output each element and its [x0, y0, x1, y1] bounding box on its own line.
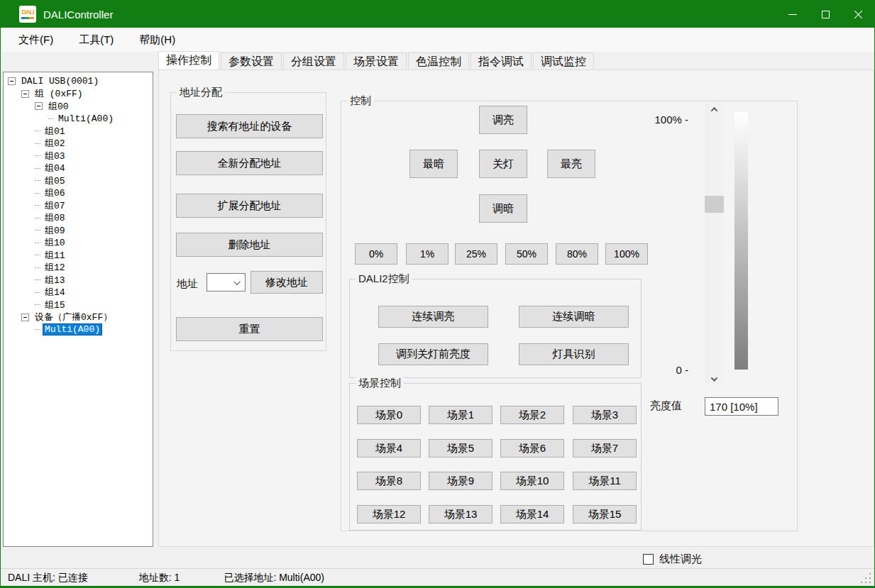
- tab-6[interactable]: 调试监控: [533, 52, 594, 69]
- tree-row-17[interactable]: 组14: [4, 287, 153, 299]
- menu-item-2[interactable]: 帮助(H): [135, 31, 180, 49]
- window-title: DALIController: [43, 9, 113, 21]
- scene-button-4[interactable]: 场景4: [357, 439, 421, 457]
- close-icon: [854, 10, 863, 19]
- dali2-button-3[interactable]: 灯具识别: [519, 343, 629, 365]
- tab-5[interactable]: 指令调试: [470, 52, 532, 69]
- reset-button[interactable]: 重置: [176, 317, 323, 341]
- tree-row-8[interactable]: 组05: [4, 174, 153, 187]
- tab-0[interactable]: 操作控制: [158, 51, 219, 70]
- tree-connector: [35, 304, 40, 305]
- percent-button-2[interactable]: 25%: [455, 243, 497, 265]
- scrollbar-thumb[interactable]: [705, 196, 724, 213]
- percent-button-5[interactable]: 100%: [605, 243, 648, 265]
- address-button-0[interactable]: 搜索有地址的设备: [176, 114, 323, 138]
- tree-item-label: 组07: [43, 199, 67, 212]
- tree-expander-icon[interactable]: [8, 77, 16, 85]
- scene-button-1[interactable]: 场景1: [429, 406, 492, 424]
- modify-address-button[interactable]: 修改地址: [251, 271, 323, 294]
- tree-row-5[interactable]: 组02: [4, 138, 153, 150]
- tree-expander-icon[interactable]: [21, 314, 29, 321]
- tab-page-operation-control: 地址分配 地址 修改地址 重置 搜索有地址的设备全新分配地址扩展分配地址删除地址…: [158, 70, 874, 547]
- percent-button-4[interactable]: 80%: [556, 243, 598, 265]
- address-button-1[interactable]: 全新分配地址: [176, 151, 323, 175]
- tree-row-14[interactable]: 组11: [4, 249, 153, 262]
- tree-row-1[interactable]: 组 (0xFF): [4, 88, 153, 101]
- linear-dimming-label: 线性调光: [659, 553, 702, 566]
- tree-connector: [35, 205, 40, 206]
- scene-button-9[interactable]: 场景9: [429, 472, 492, 490]
- tree-item-label: 组02: [43, 137, 67, 150]
- tab-1[interactable]: 参数设置: [221, 52, 282, 69]
- scroll-up-button[interactable]: [705, 104, 724, 116]
- brightness-value-text: 170 [10%]: [710, 401, 758, 413]
- linear-dimming-checkbox[interactable]: [643, 554, 654, 565]
- scene-button-15[interactable]: 场景15: [573, 505, 637, 523]
- tree-row-0[interactable]: DALI USB(0001): [4, 75, 153, 88]
- brighten-button[interactable]: 调亮: [479, 106, 527, 134]
- address-button-2[interactable]: 扩展分配地址: [176, 194, 323, 218]
- scene-button-13[interactable]: 场景13: [429, 505, 492, 523]
- dali2-button-1[interactable]: 连续调暗: [519, 306, 629, 328]
- scene-button-10[interactable]: 场景10: [500, 472, 564, 490]
- tree-row-18[interactable]: 组15: [4, 299, 153, 311]
- brightest-button[interactable]: 最亮: [547, 150, 595, 178]
- minimize-button[interactable]: [776, 1, 809, 28]
- scene-button-12[interactable]: 场景12: [357, 505, 421, 523]
- tab-4[interactable]: 色温控制: [408, 52, 469, 69]
- brightness-value-label: 亮度值: [650, 399, 682, 413]
- tree-row-11[interactable]: 组08: [4, 212, 153, 225]
- tree-row-6[interactable]: 组03: [4, 150, 153, 162]
- dim-button[interactable]: 调暗: [479, 194, 527, 223]
- address-combobox[interactable]: [207, 273, 246, 292]
- scene-button-2[interactable]: 场景2: [500, 406, 564, 424]
- tree-row-16[interactable]: 组13: [4, 274, 153, 287]
- scene-button-3[interactable]: 场景3: [573, 406, 637, 424]
- scene-button-8[interactable]: 场景8: [357, 472, 421, 490]
- scroll-down-button[interactable]: [705, 373, 724, 385]
- tab-3[interactable]: 场景设置: [346, 52, 407, 69]
- menu-item-1[interactable]: 工具(T): [75, 31, 118, 49]
- tree-row-15[interactable]: 组12: [4, 262, 153, 274]
- app-icon: DALI: [19, 6, 36, 23]
- tree-row-20[interactable]: Multi(A00): [4, 323, 153, 336]
- resize-grip[interactable]: [869, 582, 871, 583]
- scene-button-11[interactable]: 场景11: [573, 472, 637, 490]
- light-off-button[interactable]: 关灯: [479, 150, 527, 178]
- maximize-button[interactable]: [809, 1, 842, 28]
- tree-row-9[interactable]: 组06: [4, 187, 153, 200]
- tree-row-3[interactable]: Multi(A00): [4, 113, 153, 126]
- scene-button-14[interactable]: 场景14: [500, 505, 564, 523]
- tree-connector: [35, 279, 40, 280]
- address-button-3[interactable]: 删除地址: [176, 233, 323, 257]
- tree-expander-icon[interactable]: [21, 90, 29, 98]
- scene-button-7[interactable]: 场景7: [573, 439, 637, 457]
- tree-row-12[interactable]: 组09: [4, 224, 153, 237]
- dimmest-button[interactable]: 最暗: [409, 150, 458, 178]
- tab-2[interactable]: 分组设置: [283, 52, 344, 69]
- tree-row-19[interactable]: 设备（广播0xFF）: [4, 311, 153, 324]
- scene-button-0[interactable]: 场景0: [357, 406, 421, 424]
- dali2-button-2[interactable]: 调到关灯前亮度: [378, 343, 488, 365]
- dali2-button-0[interactable]: 连续调亮: [378, 306, 488, 328]
- percent-button-3[interactable]: 50%: [505, 243, 548, 265]
- scene-button-6[interactable]: 场景6: [500, 439, 564, 457]
- brightness-max-label: 100% -: [639, 113, 688, 126]
- close-button[interactable]: [842, 1, 874, 28]
- tree-row-4[interactable]: 组01: [4, 125, 153, 138]
- tree-row-7[interactable]: 组04: [4, 162, 153, 175]
- tree-row-10[interactable]: 组07: [4, 199, 153, 212]
- tree-connector: [48, 118, 54, 119]
- percent-button-0[interactable]: 0%: [355, 243, 397, 265]
- brightness-value-field[interactable]: 170 [10%]: [705, 397, 778, 416]
- tree-row-13[interactable]: 组10: [4, 237, 153, 250]
- tree-item-label: 设备（广播0xFF）: [33, 311, 114, 323]
- tree-row-2[interactable]: 组00: [4, 100, 153, 113]
- brightness-scrollbar[interactable]: [705, 104, 724, 385]
- percent-button-1[interactable]: 1%: [406, 243, 448, 265]
- tree-item-label: 组03: [43, 150, 67, 162]
- menu-item-0[interactable]: 文件(F): [14, 31, 57, 49]
- tree-expander-icon[interactable]: [35, 102, 43, 110]
- status-address-count: 地址数: 1: [139, 572, 180, 584]
- scene-button-5[interactable]: 场景5: [429, 439, 492, 457]
